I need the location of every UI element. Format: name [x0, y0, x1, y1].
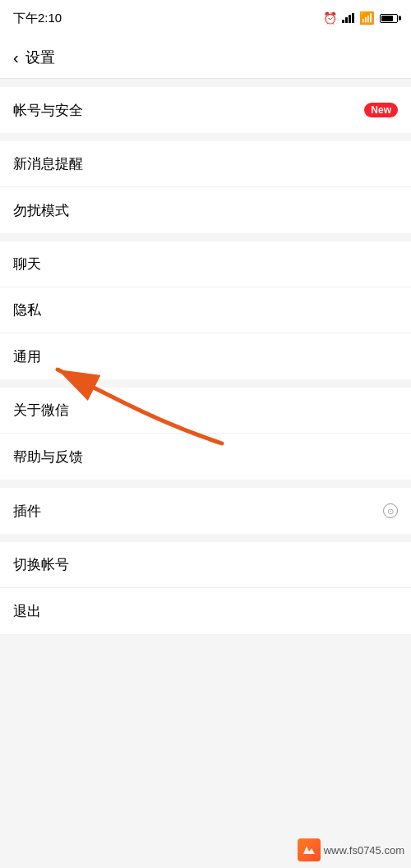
- settings-item-logout[interactable]: 退出: [0, 588, 411, 634]
- new-badge: New: [364, 103, 398, 117]
- battery-icon: [380, 14, 398, 23]
- status-time: 下午2:10: [13, 11, 62, 26]
- section-plugins: 插件 ⊙: [0, 488, 411, 534]
- section-account-actions: 切换帐号 退出: [0, 542, 411, 634]
- settings-item-account-security[interactable]: 帐号与安全 New: [0, 87, 411, 133]
- plugin-location-icon: ⊙: [383, 503, 398, 518]
- watermark: www.fs0745.com: [298, 838, 404, 861]
- watermark-url: www.fs0745.com: [324, 844, 404, 857]
- settings-item-chat[interactable]: 聊天: [0, 241, 411, 287]
- settings-item-do-not-disturb[interactable]: 勿扰模式: [0, 187, 411, 233]
- item-label-general: 通用: [13, 347, 398, 366]
- item-label-help: 帮助与反馈: [13, 448, 398, 466]
- item-label-privacy: 隐私: [13, 301, 398, 319]
- settings-item-about[interactable]: 关于微信: [0, 388, 411, 434]
- item-label-about: 关于微信: [13, 401, 398, 420]
- settings-list: 帐号与安全 New 新消息提醒 勿扰模式 聊天 隐私 通用 关于微信 帮助与反馈: [0, 87, 411, 634]
- settings-item-switch-account[interactable]: 切换帐号: [0, 542, 411, 588]
- item-label-switch-account: 切换帐号: [13, 555, 398, 574]
- settings-item-new-message[interactable]: 新消息提醒: [0, 141, 411, 187]
- status-bar: 下午2:10 ⏰ 📶: [0, 0, 411, 36]
- settings-item-general[interactable]: 通用: [0, 333, 411, 379]
- watermark-logo: [298, 838, 321, 861]
- back-button[interactable]: ‹ 设置: [13, 48, 55, 67]
- alarm-icon: ⏰: [323, 11, 337, 25]
- item-label-do-not-disturb: 勿扰模式: [13, 201, 398, 220]
- item-label-logout: 退出: [13, 602, 398, 621]
- section-chat-privacy: 聊天 隐私 通用: [0, 241, 411, 379]
- item-label-new-message: 新消息提醒: [13, 154, 398, 173]
- signal-icon: [342, 13, 354, 23]
- section-about: 关于微信 帮助与反馈: [0, 388, 411, 480]
- wifi-icon: 📶: [359, 11, 375, 25]
- section-notifications: 新消息提醒 勿扰模式: [0, 141, 411, 233]
- back-chevron-icon: ‹: [13, 49, 19, 66]
- settings-item-privacy[interactable]: 隐私: [0, 287, 411, 333]
- item-label-plugins: 插件: [13, 502, 378, 521]
- page-title: 设置: [25, 48, 55, 67]
- item-label-chat: 聊天: [13, 255, 398, 273]
- section-account: 帐号与安全 New: [0, 87, 411, 133]
- header: ‹ 设置: [0, 36, 411, 79]
- settings-item-plugins[interactable]: 插件 ⊙: [0, 488, 411, 534]
- item-label-account-security: 帐号与安全: [13, 101, 358, 120]
- settings-item-help[interactable]: 帮助与反馈: [0, 434, 411, 480]
- status-icons: ⏰ 📶: [323, 11, 398, 25]
